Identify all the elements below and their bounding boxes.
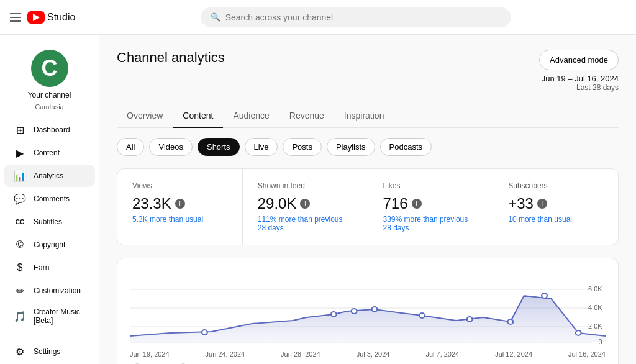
stat-views-info[interactable]: i xyxy=(175,199,185,209)
tab-overview[interactable]: Overview xyxy=(117,104,173,128)
chart-dot xyxy=(352,309,357,314)
customization-icon: ✏ xyxy=(14,284,26,297)
svg-text:4.0K: 4.0K xyxy=(588,304,602,311)
stat-likes-label: Likes xyxy=(383,181,478,190)
chart-label-5: Jul 12, 2024 xyxy=(495,350,532,358)
stat-likes: Likes 716 i 339% more than previous 28 d… xyxy=(368,169,494,245)
channel-name: Your channel xyxy=(28,91,71,99)
date-range: Jun 19 – Jul 16, 2024 Last 28 days xyxy=(542,74,619,92)
chart-label-3: Jul 3, 2024 xyxy=(357,350,390,358)
search-input[interactable] xyxy=(225,12,501,22)
chart-dot xyxy=(419,313,425,318)
menu-icon[interactable] xyxy=(10,13,21,22)
youtube-icon xyxy=(27,11,45,24)
tab-inspiration[interactable]: Inspiration xyxy=(334,104,394,128)
stat-subscribers-info[interactable]: i xyxy=(537,199,547,209)
filter-videos[interactable]: Videos xyxy=(149,138,193,156)
music-icon: 🎵 xyxy=(14,310,26,322)
stat-likes-value: 716 i xyxy=(383,195,478,212)
sidebar-label-content: Content xyxy=(34,148,60,157)
chart-dot xyxy=(542,293,547,298)
chart-dot xyxy=(372,307,378,312)
subtitles-icon: CC xyxy=(14,216,26,228)
stat-feed-info[interactable]: i xyxy=(300,199,310,209)
tab-revenue[interactable]: Revenue xyxy=(279,104,334,128)
chart-container: 6.0K 4.0K 2.0K 0 Jun 19, 2024 Jun 24, 20… xyxy=(117,258,619,364)
filter-live[interactable]: Live xyxy=(245,138,278,156)
sidebar-label-earn: Earn xyxy=(34,263,49,272)
sidebar-label-analytics: Analytics xyxy=(34,171,63,180)
sidebar-label-customization: Customization xyxy=(34,286,81,295)
settings-icon: ⚙ xyxy=(14,345,26,358)
studio-label: Studio xyxy=(47,12,75,23)
sidebar-label-comments: Comments xyxy=(34,194,70,203)
filter-playlists[interactable]: Playlists xyxy=(327,138,375,156)
sidebar-divider xyxy=(10,335,89,335)
chart-label-6: Jul 16, 2024 xyxy=(568,350,606,358)
sidebar-item-customization[interactable]: ✏ Customization xyxy=(4,280,95,302)
chart-dot xyxy=(507,319,513,324)
sidebar-item-analytics[interactable]: 📊 Analytics xyxy=(4,165,95,187)
filter-podcasts[interactable]: Podcasts xyxy=(380,138,432,156)
filter-shorts[interactable]: Shorts xyxy=(198,138,240,156)
chart-label-4: Jul 7, 2024 xyxy=(425,350,459,358)
stat-likes-info[interactable]: i xyxy=(412,199,422,209)
stat-views-label: Views xyxy=(132,181,227,190)
sidebar-item-dashboard[interactable]: ⊞ Dashboard xyxy=(4,119,95,141)
earn-icon: $ xyxy=(14,262,26,274)
stat-feed: Shown in feed 29.0K i 111% more than pre… xyxy=(243,169,368,245)
stat-feed-label: Shown in feed xyxy=(258,181,353,190)
comments-icon: 💬 xyxy=(14,193,26,205)
copyright-icon: © xyxy=(14,239,26,251)
chart-area: 6.0K 4.0K 2.0K 0 xyxy=(130,271,606,345)
tab-audience[interactable]: Audience xyxy=(223,104,279,128)
chart-labels: Jun 19, 2024 Jun 24, 2024 Jun 28, 2024 J… xyxy=(130,350,606,358)
channel-info: C Your channel Camtasia xyxy=(0,40,99,118)
chart-dot xyxy=(331,312,337,317)
content-area: Channel analytics Advanced mode Jun 19 –… xyxy=(99,35,636,364)
tab-content[interactable]: Content xyxy=(173,104,223,128)
advanced-mode-button[interactable]: Advanced mode xyxy=(539,50,619,70)
stat-views: Views 23.3K i 5.3K more than usual xyxy=(117,169,243,245)
sidebar-item-settings[interactable]: ⚙ Settings xyxy=(4,340,95,363)
search-bar[interactable]: 🔍 xyxy=(201,7,511,27)
advanced-mode-label: Advanced mode xyxy=(550,55,608,65)
sidebar-label-subtitles: Subtitles xyxy=(34,217,62,226)
chart-label-1: Jun 24, 2024 xyxy=(206,350,245,358)
stat-likes-change: 339% more than previous 28 days xyxy=(383,215,478,232)
sidebar-label-copyright: Copyright xyxy=(34,240,65,249)
svg-text:0: 0 xyxy=(598,339,602,345)
avatar: C xyxy=(31,50,68,87)
sidebar-item-subtitles[interactable]: CC Subtitles xyxy=(4,211,95,233)
topbar-left: Studio xyxy=(10,11,75,24)
stat-views-value: 23.3K i xyxy=(132,195,227,212)
svg-text:2.0K: 2.0K xyxy=(588,323,602,329)
stat-subscribers-change: 10 more than usual xyxy=(508,215,603,224)
chart-dot xyxy=(576,330,581,335)
chart-dot xyxy=(467,317,473,322)
sidebar-item-creator-music[interactable]: 🎵 Creator Music [Beta] xyxy=(4,303,95,330)
page-header: Channel analytics Advanced mode Jun 19 –… xyxy=(117,50,619,92)
stat-views-change: 5.3K more than usual xyxy=(132,215,227,224)
stats-row: Views 23.3K i 5.3K more than usual Shown… xyxy=(117,168,619,245)
sidebar-item-copyright[interactable]: © Copyright xyxy=(4,234,95,256)
sidebar-item-comments[interactable]: 💬 Comments xyxy=(4,188,95,210)
sidebar-label-dashboard: Dashboard xyxy=(34,125,70,134)
chart-svg: 6.0K 4.0K 2.0K 0 xyxy=(130,271,606,345)
stat-feed-change: 111% more than previous 28 days xyxy=(258,215,353,232)
filter-all[interactable]: All xyxy=(117,138,144,156)
stat-subscribers-label: Subscribers xyxy=(508,181,603,190)
date-period: Last 28 days xyxy=(542,83,619,92)
chart-fill xyxy=(130,296,606,342)
main-layout: C Your channel Camtasia ⊞ Dashboard ▶ Co… xyxy=(0,35,636,364)
analytics-icon: 📊 xyxy=(14,170,26,182)
dashboard-icon: ⊞ xyxy=(14,124,26,136)
yt-logo: Studio xyxy=(27,11,75,24)
chart-dot xyxy=(202,330,207,335)
stat-subscribers-value: +33 i xyxy=(508,195,603,212)
sidebar-item-content[interactable]: ▶ Content xyxy=(4,142,95,164)
chart-label-0: Jun 19, 2024 xyxy=(130,350,170,358)
sidebar-item-earn[interactable]: $ Earn xyxy=(4,257,95,279)
filter-posts[interactable]: Posts xyxy=(283,138,322,156)
svg-text:6.0K: 6.0K xyxy=(588,286,602,292)
